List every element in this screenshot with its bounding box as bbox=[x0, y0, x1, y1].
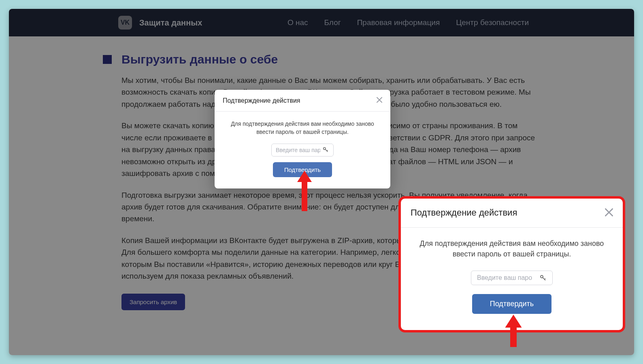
svg-marker-3 bbox=[505, 315, 522, 347]
annotation-arrow-big bbox=[504, 315, 523, 347]
close-icon[interactable] bbox=[377, 96, 382, 105]
confirm-modal-big: Подтверждение действия Для подтверждения… bbox=[398, 196, 625, 332]
annotation-arrow-small bbox=[296, 171, 313, 211]
password-input-wrap[interactable] bbox=[271, 144, 334, 157]
modal-header: Подтверждение действия bbox=[215, 90, 390, 112]
modal-message-big: Для подтверждения действия вам необходим… bbox=[417, 238, 607, 259]
modal-title: Подтверждение действия bbox=[223, 97, 300, 104]
modal-title-big: Подтверждение действия bbox=[411, 207, 517, 218]
svg-point-0 bbox=[324, 147, 326, 149]
svg-marker-1 bbox=[297, 171, 312, 211]
password-input-wrap-big[interactable] bbox=[471, 271, 553, 285]
close-icon-big[interactable] bbox=[605, 207, 613, 219]
key-icon-big bbox=[539, 274, 547, 281]
key-icon bbox=[322, 146, 329, 154]
password-input-big[interactable] bbox=[477, 274, 538, 281]
password-input[interactable] bbox=[276, 147, 320, 153]
svg-point-2 bbox=[541, 275, 543, 278]
modal-message: Для подтверждения действия вам необходим… bbox=[226, 120, 379, 136]
confirm-button-big[interactable]: Подтвердить bbox=[472, 294, 551, 314]
modal-header-big: Подтверждение действия bbox=[401, 199, 623, 228]
page-container: VK Защита данных О нас Блог Правовая инф… bbox=[9, 9, 634, 355]
